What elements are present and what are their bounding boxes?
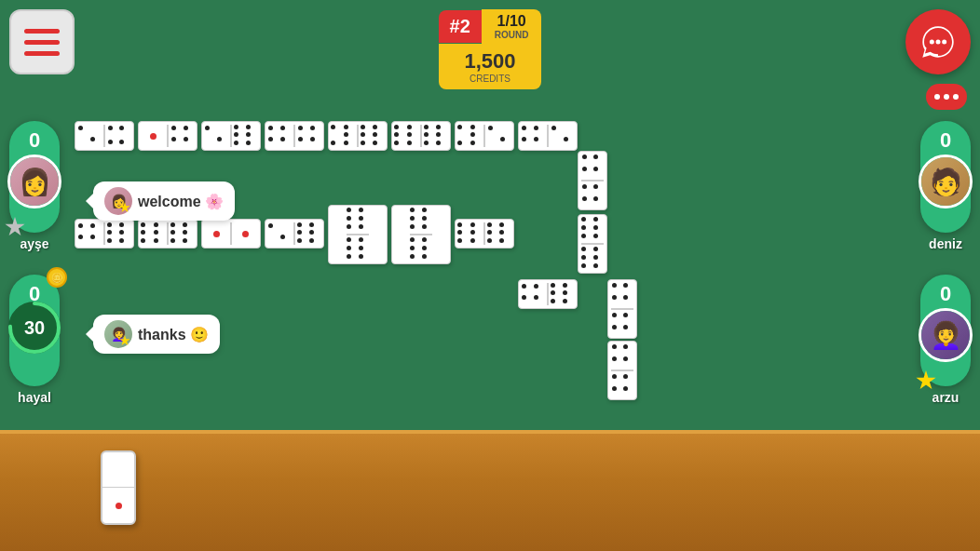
hayal-timer: 30 <box>24 317 45 339</box>
player-hayal: 0 🪙 30 hayal <box>9 275 60 405</box>
round-info: 1/10 ROUND <box>482 9 542 44</box>
chat-button[interactable] <box>905 9 971 74</box>
domino-3 <box>201 121 261 151</box>
deniz-score-pill: 0 🧑 <box>920 121 971 233</box>
domino-5 <box>328 121 388 151</box>
domino-1 <box>75 121 134 151</box>
bubble-avatar-hayal: 👩‍🦱 <box>104 320 132 348</box>
game-board: #2 1/10 ROUND 1,500 CREDITS <box>0 0 980 551</box>
hayal-score-pill: 0 🪙 30 <box>9 275 60 386</box>
ayse-score-pill: 0 👩 <box>9 121 60 233</box>
domino-m7 <box>455 219 514 249</box>
chat-icon <box>919 23 957 60</box>
domino-7 <box>455 121 514 151</box>
menu-button[interactable] <box>9 9 75 74</box>
svg-point-1 <box>935 40 940 45</box>
round-current: 1/10 <box>497 13 526 30</box>
domino-m3 <box>201 219 261 249</box>
credits-value: 1,500 <box>464 49 515 73</box>
domino-m1 <box>75 219 134 249</box>
hand-tile[interactable] <box>101 450 136 525</box>
ayse-avatar: 👩 <box>7 155 61 208</box>
ayse-star <box>5 217 25 237</box>
arzu-star <box>916 370 936 391</box>
deniz-avatar: 🧑 <box>919 155 973 208</box>
more-dot-3 <box>953 94 959 100</box>
badge-number: #2 <box>439 10 482 43</box>
round-badge: #2 1/10 ROUND 1,500 CREDITS <box>439 9 542 89</box>
deniz-score: 0 <box>940 128 951 153</box>
domino-br3 <box>607 341 637 400</box>
domino-v1 <box>578 151 607 210</box>
wooden-tray <box>0 430 980 551</box>
arzu-avatar: 👩‍🦱 <box>919 308 973 362</box>
menu-bar-1 <box>24 29 60 34</box>
domino-v2 <box>578 214 607 274</box>
bubble-avatar-ayse: 👩 <box>104 187 132 215</box>
domino-4 <box>265 121 324 151</box>
domino-6 <box>391 121 451 151</box>
ayse-score: 0 <box>29 128 40 153</box>
domino-m4 <box>265 219 324 249</box>
arzu-score: 0 <box>940 282 951 306</box>
svg-point-0 <box>930 40 934 45</box>
domino-8 <box>518 121 578 151</box>
domino-m2 <box>138 219 197 249</box>
deniz-name: deniz <box>929 236 962 251</box>
header: #2 1/10 ROUND 1,500 CREDITS <box>0 9 980 89</box>
coins-icon: 🪙 <box>47 267 67 288</box>
domino-m6 <box>391 205 451 264</box>
chat-bubble-ayse: 👩 welcome 🌸 <box>93 181 235 221</box>
domino-2 <box>138 121 197 151</box>
chat-bubble-hayal: 👩‍🦱 thanks 🙂 <box>93 315 220 354</box>
arzu-score-pill: 0 👩‍🦱 <box>920 275 971 386</box>
menu-bar-2 <box>24 40 60 45</box>
arzu-name: arzu <box>932 390 960 405</box>
menu-bar-3 <box>24 51 60 56</box>
credits-label: CREDITS <box>457 74 524 84</box>
more-options-button[interactable] <box>926 84 967 110</box>
bubble-text-hayal: thanks 🙂 <box>138 326 209 343</box>
round-label: ROUND <box>495 30 529 40</box>
domino-br2 <box>607 279 637 339</box>
ayse-name: ayşe <box>20 236 48 251</box>
bubble-text-ayse: welcome 🌸 <box>138 193 224 210</box>
domino-br1 <box>518 279 578 309</box>
more-dot-1 <box>934 94 940 100</box>
player-deniz: 0 🧑 deniz <box>920 121 971 251</box>
svg-point-2 <box>942 40 946 45</box>
player-arzu: 0 👩‍🦱 arzu <box>920 275 971 405</box>
player-ayse: 0 👩 ayşe <box>9 121 60 251</box>
more-dot-2 <box>944 94 949 100</box>
hayal-name: hayal <box>18 390 51 405</box>
credits-display: 1,500 CREDITS <box>439 44 542 89</box>
domino-m5 <box>328 205 388 264</box>
